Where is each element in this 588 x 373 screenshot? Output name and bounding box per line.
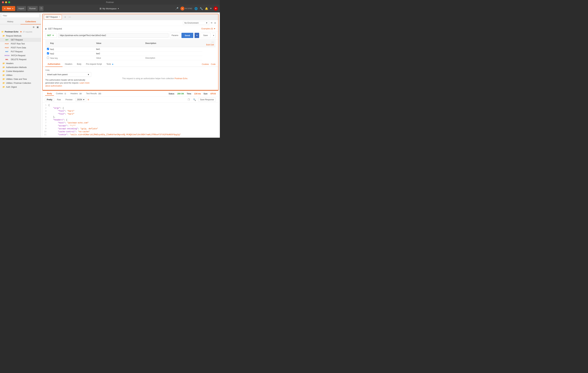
globe-icon[interactable]: 🌐 (194, 7, 198, 10)
new-desc-input[interactable] (145, 57, 201, 59)
code-link[interactable]: Code (211, 63, 216, 65)
microphone-icon[interactable]: 🎤 (175, 7, 178, 10)
add-collection-button[interactable]: ⊕ (32, 25, 36, 29)
workspace-switcher[interactable]: ⊞ My Workspace ▼ (100, 7, 119, 10)
search-button[interactable]: 🔍 (192, 98, 197, 102)
resp-tab-test-results[interactable]: Test Results 2/2 (84, 92, 104, 96)
maximize-button[interactable] (8, 1, 10, 3)
copy-button[interactable]: ❐ (187, 98, 191, 102)
chevron-down-icon: ▼ (52, 34, 54, 37)
sidebar-item-auth-methods[interactable]: 📂 Authentication Methods (0, 65, 41, 69)
import-button[interactable]: Import (17, 6, 26, 11)
sidebar-item-delete-request[interactable]: DEL DELETE Request (0, 58, 41, 61)
eye-icon[interactable]: 👁 (210, 22, 213, 24)
auth-type-selector[interactable]: Inherit auth from parent ▼ (45, 72, 91, 77)
main-area: History Collections ⊕ ▣ 📁 Postman Echo ★… (0, 12, 220, 138)
auth-helper-text: This request is using an authorization h… (122, 77, 188, 80)
format-selector[interactable]: JSON ▼ (75, 98, 86, 101)
sidebar: History Collections ⊕ ▣ 📁 Postman Echo ★… (0, 12, 41, 138)
sidebar-item-request-methods[interactable]: 📂 Request Methods (0, 34, 41, 38)
view-tab-pretty[interactable]: Pretty (45, 98, 54, 101)
sidebar-item-cookie-manipulation[interactable]: 📂 Cookie Manipulation (0, 69, 41, 73)
tab-label: GET Request (46, 16, 58, 18)
sidebar-item-headers[interactable]: 📂 Headers (0, 61, 41, 65)
tab-collections[interactable]: Collections (21, 19, 41, 24)
subtab-headers[interactable]: Headers (63, 62, 74, 67)
param-enabled-2[interactable] (47, 52, 49, 54)
environment-bar: No Environment ▼ 👁 ⚙ (43, 20, 218, 26)
new-value-input[interactable] (96, 57, 142, 59)
sidebar-item-post-raw-text[interactable]: POST POST Raw Text (0, 42, 41, 46)
sync-label: IN SYNC (185, 8, 192, 10)
item-label: Cookie Manipulation (6, 70, 24, 72)
new-button[interactable]: ＋ New ▼ (2, 6, 15, 11)
sidebar-item-utilities-postman[interactable]: 📂 Utilities / Postman Collection (0, 81, 41, 85)
add-tab-button[interactable]: ＋ (63, 15, 67, 19)
view-tab-raw[interactable]: Raw (55, 98, 63, 101)
collection-postman-echo[interactable]: 📁 Postman Echo ★ 37 requests (0, 30, 41, 34)
response-code-view: 1{2 "args": {3 "foo1": "bar1"4 "foo2": "… (42, 103, 218, 136)
window-controls[interactable] (2, 1, 10, 3)
sidebar-item-post-form-data[interactable]: POST POST Form Data (0, 46, 41, 50)
monitor-button[interactable]: ❐ (39, 6, 43, 11)
collection-count: 37 requests (23, 31, 32, 33)
folder-icon: 📂 (3, 82, 5, 84)
more-params-button[interactable]: ⋯ (211, 40, 214, 44)
examples-link[interactable]: Examples (0) ▼ (201, 28, 216, 30)
save-button[interactable]: Save (200, 33, 210, 38)
method-selector[interactable]: GET ▼ (45, 33, 57, 38)
wrap-icon[interactable]: ≡ (88, 98, 89, 101)
auth-left: TYPE Inherit auth from parent ▼ The auth… (45, 70, 91, 87)
close-tab-icon[interactable]: ✕ (59, 16, 60, 18)
save-dropdown-button[interactable]: ▼ (212, 33, 216, 38)
code-line: 4 "foo2": "bar2" (42, 113, 218, 116)
tab-history[interactable]: History (0, 19, 21, 24)
folder-view-button[interactable]: ▣ (36, 25, 40, 29)
resp-tab-cookies[interactable]: Cookies 1 (54, 92, 68, 96)
close-button[interactable] (2, 1, 4, 3)
sidebar-item-get-request[interactable]: GET GET Request (0, 38, 41, 42)
heart-icon[interactable]: ♥ (210, 7, 212, 10)
environment-selector[interactable]: No Environment ▼ (183, 21, 209, 25)
subtab-tests[interactable]: Tests (104, 62, 116, 67)
params-button[interactable]: Params (170, 33, 180, 38)
save-response-button[interactable]: Save Response (198, 98, 216, 102)
filter-input[interactable] (1, 14, 40, 18)
bulk-edit-button[interactable]: Bulk Edit (206, 44, 214, 46)
view-tab-preview[interactable]: Preview (64, 98, 74, 101)
param-enabled-new[interactable] (47, 57, 49, 59)
resp-tab-headers[interactable]: Headers 14 (68, 92, 84, 96)
send-button[interactable]: Send (181, 33, 193, 38)
sidebar-item-patch-request[interactable]: PATCH PATCH Request (0, 54, 41, 58)
settings-icon[interactable]: ⚙ (214, 22, 216, 24)
tab-actions: ＋ ⋯ (63, 15, 72, 19)
item-label: Authentication Methods (6, 66, 27, 69)
sidebar-item-utilities[interactable]: 📂 Utilities (0, 73, 41, 77)
subtab-authorization[interactable]: Authorization (45, 62, 63, 67)
new-key-input[interactable] (50, 57, 75, 59)
chevron-down-icon: ▼ (206, 22, 208, 24)
subtab-prerequest[interactable]: Pre-request Script (84, 62, 104, 67)
send-dropdown-button[interactable]: ▼ (195, 33, 199, 38)
avatar[interactable]: H (214, 6, 218, 11)
param-value-1[interactable]: bar1 (94, 47, 144, 51)
sidebar-item-auth-digest[interactable]: 📂 Auth: Digest (0, 85, 41, 89)
runner-button[interactable]: Runner (27, 6, 38, 11)
item-label: PATCH Request (11, 54, 25, 57)
subtab-body[interactable]: Body (75, 62, 84, 67)
wrench-icon[interactable]: 🔧 (200, 7, 203, 10)
sidebar-item-put-request[interactable]: PUT PUT Request (0, 50, 41, 54)
url-input[interactable] (58, 33, 168, 38)
chevron-down-icon: ▼ (87, 73, 89, 76)
param-value-2[interactable]: bar2 (94, 51, 144, 56)
resp-tab-body[interactable]: Body (45, 92, 54, 96)
request-tab-get[interactable]: GET Request ✕ (44, 15, 62, 19)
subtab-body-label: Body (77, 63, 81, 65)
collection-link[interactable]: Postman Echo (175, 77, 187, 80)
bell-icon[interactable]: 🔔 (205, 7, 208, 10)
cookies-link[interactable]: Cookies (202, 63, 209, 65)
minimize-button[interactable] (5, 1, 7, 3)
param-enabled-1[interactable] (47, 48, 49, 50)
more-tabs-button[interactable]: ⋯ (68, 15, 72, 19)
sidebar-item-utilities-date[interactable]: 📂 Utilities / Date and Time (0, 77, 41, 81)
